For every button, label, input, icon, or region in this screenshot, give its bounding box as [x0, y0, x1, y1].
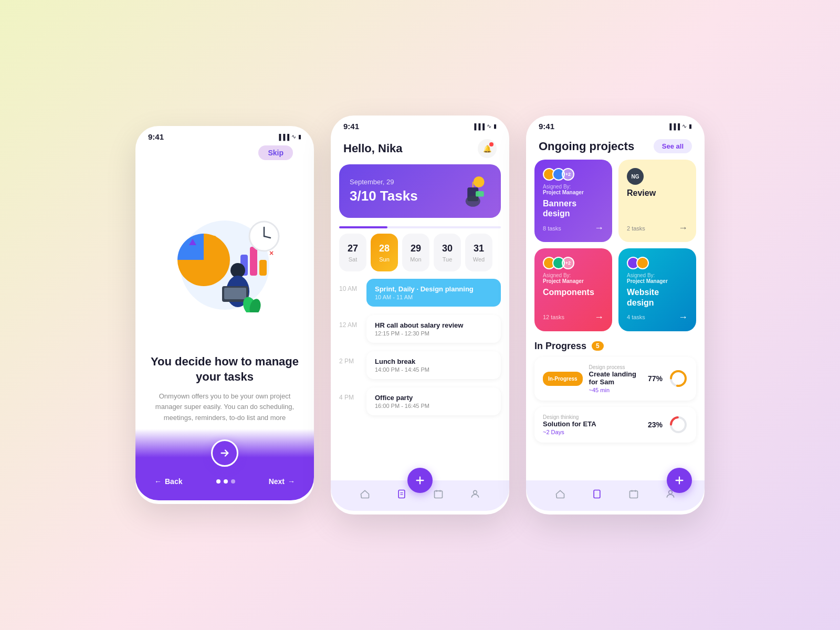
progress-item-1[interactable]: In-Progress Design process Create landin… [534, 357, 696, 401]
pagination-dots [216, 479, 235, 484]
svg-point-18 [466, 196, 480, 207]
progress-task-2: Solution for ETA [543, 420, 642, 428]
calendar-header: Hello, Nika 🔔 [331, 135, 509, 164]
event-hr[interactable]: HR call about salary review 12:15 PM - 1… [366, 315, 501, 343]
p3-nav-calendar[interactable] [627, 488, 640, 500]
wifi-icon: ∿ [291, 133, 296, 140]
project-review[interactable]: NG Review 2 tasks → [618, 160, 696, 242]
next-label: Next [269, 477, 285, 486]
website-arrow-icon: → [678, 312, 688, 323]
components-tasks: 12 tasks [543, 314, 564, 320]
in-progress-title: In Progress [534, 341, 586, 352]
phone-projects: 9:41 ▐▐▐ ∿ ▮ Ongoing projects See all +2… [526, 116, 705, 514]
notification-button[interactable]: 🔔 [478, 139, 497, 158]
cal-day-29[interactable]: 29 Mon [402, 234, 429, 271]
project-components[interactable]: +2 Asigned By: Project Manager Component… [534, 248, 612, 331]
status-time-2: 9:41 [343, 122, 359, 131]
in-progress-status-1: In-Progress [543, 372, 583, 386]
svg-rect-21 [398, 490, 405, 498]
skip-button[interactable]: Skip [258, 145, 293, 160]
footer-navigation: ← Back Next → [150, 477, 299, 486]
cal-day-30[interactable]: 30 Tue [434, 234, 461, 271]
battery-icon-2: ▮ [494, 123, 497, 130]
time-row-4pm: 4 PM Office party 16:00 PM - 16:45 PM [339, 387, 501, 415]
onboarding-text: You decide how to manage your tasks Onmy… [135, 349, 314, 429]
components-name: Components [543, 287, 604, 297]
event-time-sprint: 10 AM - 11 AM [375, 294, 492, 300]
signal-icon: ▐▐▐ [277, 134, 289, 140]
cal-day-31[interactable]: 31 Wed [465, 234, 492, 271]
status-time-3: 9:41 [539, 122, 554, 131]
svg-rect-10 [224, 288, 246, 299]
progress-info-1: Design process Create landing for Sam ~4… [589, 364, 642, 393]
time-label-2pm: 2 PM [339, 351, 360, 365]
banner-task-count: 3/10 Tasks [350, 188, 418, 204]
in-progress-badge: 5 [592, 341, 604, 351]
p3-nav-home[interactable] [554, 488, 566, 500]
nav-tasks-2[interactable] [395, 488, 408, 500]
signal-icon-3: ▐▐▐ [668, 123, 680, 130]
back-label: Back [165, 477, 182, 486]
status-time-1: 9:41 [148, 132, 164, 141]
see-all-button[interactable]: See all [654, 139, 692, 153]
website-name: Website design [627, 287, 688, 307]
greeting-text: Hello, Nika [343, 142, 402, 155]
next-arrow-icon: → [288, 477, 295, 486]
website-avatars [627, 257, 688, 269]
svg-rect-32 [594, 490, 600, 498]
banner-figure [454, 173, 490, 209]
event-time-party: 16:00 PM - 16:45 PM [375, 403, 492, 409]
status-icons-2: ▐▐▐ ∿ ▮ [472, 123, 497, 130]
fab-add-button[interactable] [407, 468, 433, 493]
event-sprint[interactable]: Sprint, Daily · Design planning 10 AM - … [366, 279, 501, 307]
time-row-12am: 12 AM HR call about salary review 12:15 … [339, 315, 501, 343]
task-banner[interactable]: September, 29 3/10 Tasks [339, 164, 501, 218]
projects-title: Ongoing projects [539, 140, 634, 153]
timeline: 10 AM Sprint, Daily · Design planning 10… [331, 279, 509, 480]
wifi-icon-2: ∿ [487, 123, 491, 130]
event-time-lunch: 14:00 PM - 14:45 PM [375, 366, 492, 373]
mini-chart-1 [669, 369, 688, 388]
nav-home-2[interactable] [359, 488, 371, 500]
progress-time-1: ~45 min [589, 387, 642, 393]
banners-arrow-icon: → [594, 223, 604, 234]
back-button[interactable]: ← Back [154, 477, 182, 486]
project-website[interactable]: Asigned By: Project Manager Website desi… [618, 248, 696, 331]
wifi-icon-3: ∿ [682, 123, 687, 130]
phone-onboarding: 9:41 ▐▐▐ ∿ ▮ Skip [135, 126, 314, 504]
event-time-hr: 12:15 PM - 12:30 PM [375, 330, 492, 337]
event-title-lunch: Lunch break [375, 358, 492, 365]
svg-text:×: × [269, 249, 274, 257]
p3-fab-button[interactable] [667, 468, 692, 493]
progress-item-2[interactable]: Design thinking Solution for ETA ~2 Days… [534, 407, 696, 443]
p3-nav-tasks[interactable] [591, 488, 603, 500]
task-banner-text: September, 29 3/10 Tasks [350, 178, 418, 204]
bottom-nav-2 [331, 480, 509, 511]
project-banners[interactable]: +2 Asigned By: Project Manager Banners d… [534, 160, 612, 242]
banners-name: Banners design [543, 198, 604, 218]
comp-avatar-plus: +2 [562, 257, 574, 269]
status-icons-3: ▐▐▐ ∿ ▮ [668, 123, 692, 130]
svg-point-36 [669, 490, 673, 494]
cal-day-27[interactable]: 27 Sat [339, 234, 366, 271]
nav-calendar-2[interactable] [432, 488, 445, 500]
next-circle-button[interactable] [211, 439, 238, 467]
review-tasks: 2 tasks [627, 225, 645, 232]
event-party[interactable]: Office party 16:00 PM - 16:45 PM [366, 387, 501, 415]
calendar-strip: 27 Sat 28 Sun 29 Mon 30 Tue 31 Wed [331, 234, 509, 279]
event-lunch[interactable]: Lunch break 14:00 PM - 14:45 PM [366, 351, 501, 379]
bottom-nav-3 [526, 480, 705, 511]
time-label-12am: 12 AM [339, 315, 360, 329]
projects-grid: +2 Asigned By: Project Manager Banners d… [526, 160, 705, 339]
nav-profile-2[interactable] [469, 488, 481, 500]
back-arrow-icon: ← [154, 477, 162, 486]
svg-rect-2 [250, 247, 257, 276]
task-progress-fill [339, 226, 387, 228]
next-button[interactable]: Next → [269, 477, 295, 486]
status-icons-1: ▐▐▐ ∿ ▮ [277, 133, 301, 140]
headline: You decide how to manage your tasks [150, 354, 299, 384]
cal-day-28[interactable]: 28 Sun [371, 234, 398, 271]
in-progress-header: In Progress 5 [526, 339, 705, 357]
svg-point-27 [474, 490, 477, 494]
banners-avatars: +2 [543, 168, 604, 181]
